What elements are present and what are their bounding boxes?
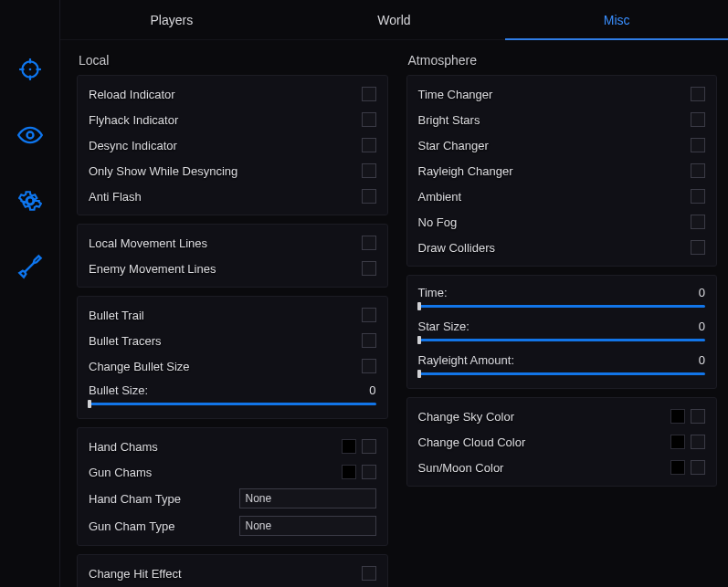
- value-rayleight-amount: 0: [699, 353, 705, 367]
- eye-icon[interactable]: [17, 122, 43, 148]
- checkbox-anti-flash[interactable]: [362, 189, 376, 204]
- checkbox-sky-color[interactable]: [691, 409, 705, 424]
- label-flyhack-indicator: Flyhack Indicator: [89, 113, 178, 127]
- checkbox-bright-stars[interactable]: [691, 112, 705, 127]
- checkbox-no-fog[interactable]: [691, 215, 705, 229]
- checkbox-flyhack-indicator[interactable]: [362, 112, 376, 127]
- label-bright-stars: Bright Stars: [418, 113, 480, 127]
- label-cloud-color: Change Cloud Color: [418, 435, 526, 449]
- label-local-movement: Local Movement Lines: [89, 236, 207, 250]
- label-gun-chams: Gun Chams: [89, 466, 152, 479]
- label-enemy-movement: Enemy Movement Lines: [89, 262, 216, 276]
- label-draw-colliders: Draw Colliders: [418, 241, 496, 255]
- label-bullet-size: Bullet Size:: [89, 383, 148, 397]
- slider-star-size[interactable]: [418, 339, 706, 341]
- label-reload-indicator: Reload Indicator: [89, 88, 175, 101]
- checkbox-bullet-tracers[interactable]: [362, 333, 376, 348]
- checkbox-ambient[interactable]: [691, 189, 705, 204]
- gear-icon[interactable]: [17, 188, 43, 214]
- tab-misc[interactable]: Misc: [505, 0, 728, 39]
- group-hit-effect: Change Hit Effect Hit Effect: None: [77, 554, 388, 587]
- color-sun-moon[interactable]: [670, 460, 685, 475]
- checkbox-draw-colliders[interactable]: [691, 240, 705, 255]
- checkbox-change-bullet-size[interactable]: [362, 359, 376, 373]
- checkbox-only-desyncing[interactable]: [362, 163, 376, 178]
- label-only-desyncing: Only Show While Desyncing: [89, 164, 237, 178]
- checkbox-reload-indicator[interactable]: [362, 87, 376, 101]
- rifle-icon[interactable]: [17, 254, 43, 279]
- label-desync-indicator: Desync Indicator: [89, 139, 177, 152]
- select-gun-cham-type[interactable]: None: [239, 516, 376, 536]
- label-bullet-trail: Bullet Trail: [89, 309, 144, 322]
- panel-title-local: Local: [77, 49, 388, 75]
- sidebar: [0, 0, 60, 587]
- svg-point-5: [28, 68, 31, 71]
- label-star-changer: Star Changer: [418, 139, 489, 152]
- label-bullet-tracers: Bullet Tracers: [89, 334, 161, 348]
- checkbox-star-changer[interactable]: [691, 138, 705, 152]
- label-star-size: Star Size:: [418, 320, 470, 333]
- label-rayleigh-changer: Rayleigh Changer: [418, 164, 513, 178]
- checkbox-desync-indicator[interactable]: [362, 138, 376, 152]
- panel-title-atmosphere: Atmosphere: [406, 49, 718, 75]
- value-star-size: 0: [699, 320, 705, 333]
- value-bullet-size: 0: [369, 383, 375, 397]
- label-change-bullet-size: Change Bullet Size: [89, 360, 190, 373]
- checkbox-enemy-movement[interactable]: [362, 261, 376, 276]
- group-atmosphere-sliders: Time: 0 Star Size: 0 R: [406, 275, 718, 389]
- color-hand-chams[interactable]: [342, 439, 356, 454]
- label-anti-flash: Anti Flash: [89, 190, 142, 204]
- tabs: Players World Misc: [60, 0, 728, 40]
- color-cloud[interactable]: [670, 435, 685, 449]
- group-atmosphere: Time Changer Bright Stars Star Changer R…: [406, 75, 718, 267]
- checkbox-time-changer[interactable]: [691, 87, 705, 101]
- checkbox-cloud-color[interactable]: [691, 435, 705, 449]
- label-time-changer: Time Changer: [418, 88, 493, 101]
- label-sky-color: Change Sky Color: [418, 410, 515, 424]
- color-sky[interactable]: [670, 409, 685, 424]
- select-hand-cham-type[interactable]: None: [239, 488, 376, 508]
- value-time: 0: [699, 286, 705, 299]
- color-gun-chams[interactable]: [342, 465, 356, 479]
- group-movement-lines: Local Movement Lines Enemy Movement Line…: [77, 224, 388, 288]
- label-ambient: Ambient: [418, 190, 462, 204]
- label-hand-cham-type: Hand Cham Type: [89, 492, 181, 506]
- slider-bullet-size[interactable]: [89, 403, 376, 405]
- checkbox-bullet-trail[interactable]: [362, 308, 376, 322]
- checkbox-gun-chams[interactable]: [362, 465, 376, 479]
- label-hand-chams: Hand Chams: [89, 440, 158, 454]
- group-bullets: Bullet Trail Bullet Tracers Change Bulle…: [77, 296, 388, 419]
- svg-point-6: [26, 132, 33, 139]
- group-chams: Hand Chams Gun Chams Hand Cham Type None…: [77, 427, 388, 546]
- group-local-indicators: Reload Indicator Flyhack Indicator Desyn…: [77, 75, 388, 215]
- slider-time[interactable]: [418, 305, 706, 308]
- checkbox-hand-chams[interactable]: [362, 439, 376, 454]
- checkbox-change-hit-effect[interactable]: [362, 566, 376, 581]
- tab-world[interactable]: World: [283, 0, 506, 39]
- label-gun-cham-type: Gun Cham Type: [89, 519, 174, 533]
- label-sun-moon-color: Sun/Moon Color: [418, 461, 504, 475]
- checkbox-local-movement[interactable]: [362, 236, 376, 250]
- checkbox-rayleigh-changer[interactable]: [691, 163, 705, 178]
- label-no-fog: No Fog: [418, 215, 458, 229]
- tab-players[interactable]: Players: [60, 0, 283, 39]
- group-colors: Change Sky Color Change Cloud Color Sun/…: [406, 397, 718, 487]
- svg-point-7: [26, 198, 33, 204]
- label-change-hit-effect: Change Hit Effect: [89, 567, 182, 581]
- label-time: Time:: [418, 286, 448, 299]
- slider-rayleight-amount[interactable]: [418, 372, 706, 375]
- crosshair-icon[interactable]: [17, 57, 43, 82]
- label-rayleight-amount: Rayleight Amount:: [418, 353, 515, 367]
- checkbox-sun-moon-color[interactable]: [691, 460, 705, 475]
